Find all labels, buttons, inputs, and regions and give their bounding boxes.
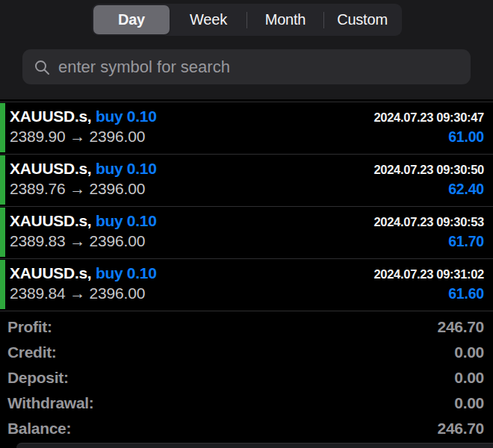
deal-datetime: 2024.07.23 09:30:50 xyxy=(373,163,484,177)
deal-side: buy 0.10 xyxy=(96,264,157,281)
deal-row[interactable]: XAUUSD.s, buy 0.10 2024.07.23 09:31:02 2… xyxy=(0,259,493,311)
deal-prices: 2389.76 → 2396.00 xyxy=(10,180,145,198)
deal-row[interactable]: XAUUSD.s, buy 0.10 2024.07.23 09:30:53 2… xyxy=(0,207,493,259)
deal-row[interactable]: XAUUSD.s, buy 0.10 2024.07.23 09:30:50 2… xyxy=(0,155,493,207)
account-summary: Profit: 246.70 Credit: 0.00 Deposit: 0.0… xyxy=(0,317,493,445)
deal-list: XAUUSD.s, buy 0.10 2024.07.23 09:30:47 2… xyxy=(0,102,493,311)
summary-value: 246.70 xyxy=(438,318,484,336)
tab-day[interactable]: Day xyxy=(93,5,170,34)
profit-indicator-bar xyxy=(0,208,5,257)
header: Day Week Month Custom xyxy=(0,0,493,99)
summary-row-withdrawal: Withdrawal: 0.00 xyxy=(7,394,484,420)
profit-indicator-bar xyxy=(0,155,5,205)
history-screen: Day Week Month Custom XAUUSD.s, buy 0.10… xyxy=(0,0,493,448)
deal-symbol: XAUUSD.s, buy 0.10 xyxy=(10,264,157,282)
tab-custom[interactable]: Custom xyxy=(324,5,400,34)
tab-month[interactable]: Month xyxy=(247,5,323,34)
deal-datetime: 2024.07.23 09:30:53 xyxy=(373,215,484,229)
deal-side: buy 0.10 xyxy=(96,160,157,177)
deal-profit: 61.70 xyxy=(448,233,484,250)
deal-profit: 61.00 xyxy=(448,128,484,146)
summary-label: Withdrawal: xyxy=(7,394,94,412)
summary-label: Credit: xyxy=(7,343,57,361)
summary-row-profit: Profit: 246.70 xyxy=(7,318,484,343)
profit-indicator-bar xyxy=(0,103,5,152)
summary-value: 246.70 xyxy=(438,420,484,438)
deal-datetime: 2024.07.23 09:30:47 xyxy=(373,111,484,125)
deal-prices: 2389.84 → 2396.00 xyxy=(10,284,145,302)
profit-indicator-bar xyxy=(0,260,5,309)
deal-profit: 61.60 xyxy=(448,285,484,302)
summary-row-deposit: Deposit: 0.00 xyxy=(7,369,484,394)
deal-prices: 2389.83 → 2396.00 xyxy=(10,232,145,250)
search-icon xyxy=(33,58,51,76)
deal-symbol: XAUUSD.s, buy 0.10 xyxy=(10,212,157,230)
deal-symbol: XAUUSD.s, buy 0.10 xyxy=(10,160,157,178)
tab-week[interactable]: Week xyxy=(170,5,246,34)
deal-profit: 62.40 xyxy=(448,181,484,198)
summary-value: 0.00 xyxy=(454,369,484,387)
summary-value: 0.00 xyxy=(454,343,484,361)
summary-label: Profit: xyxy=(7,318,52,336)
search-bar[interactable] xyxy=(22,49,471,84)
summary-row-credit: Credit: 0.00 xyxy=(7,343,484,369)
deal-side: buy 0.10 xyxy=(96,108,157,125)
summary-value: 0.00 xyxy=(454,394,484,412)
arrow-right-icon: → xyxy=(69,128,85,145)
summary-row-balance: Balance: 246.70 xyxy=(7,420,484,445)
summary-label: Deposit: xyxy=(7,369,69,387)
arrow-right-icon: → xyxy=(69,232,85,249)
deal-side: buy 0.10 xyxy=(96,212,157,229)
summary-label: Balance: xyxy=(7,420,71,438)
deal-symbol: XAUUSD.s, buy 0.10 xyxy=(10,108,157,125)
period-segmented-control: Day Week Month Custom xyxy=(92,4,402,36)
bottom-sheet-edge xyxy=(16,443,493,448)
deal-prices: 2389.90 → 2396.00 xyxy=(10,128,145,146)
arrow-right-icon: → xyxy=(69,180,85,197)
deal-datetime: 2024.07.23 09:31:02 xyxy=(373,267,484,281)
search-input[interactable] xyxy=(58,57,460,77)
arrow-right-icon: → xyxy=(69,284,85,302)
deal-row[interactable]: XAUUSD.s, buy 0.10 2024.07.23 09:30:47 2… xyxy=(0,102,493,155)
